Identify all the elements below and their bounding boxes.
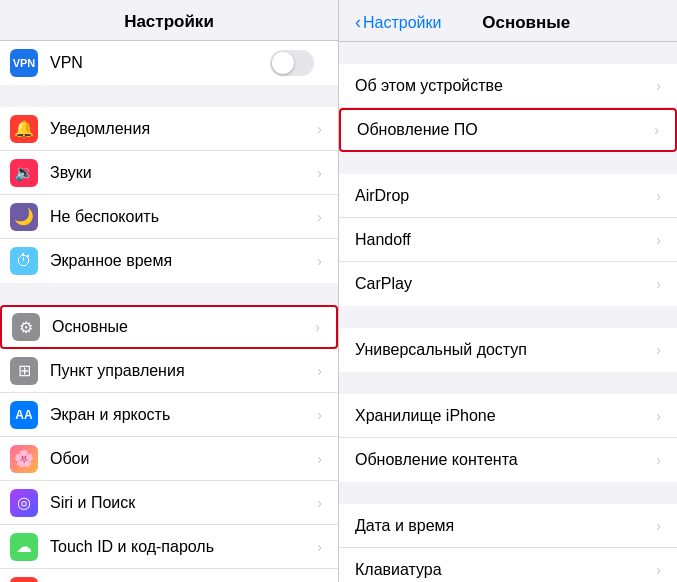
bg-refresh-chevron: › xyxy=(656,452,661,468)
right-group5: Дата и время › Клавиатура › xyxy=(339,504,677,582)
left-item-notifications[interactable]: 🔔 Уведомления › xyxy=(0,107,338,151)
right-item-airdrop[interactable]: AirDrop › xyxy=(339,174,677,218)
right-group1: Об этом устройстве › Обновление ПО › xyxy=(339,64,677,152)
left-item-touchid[interactable]: ☁ Touch ID и код-пароль › xyxy=(0,525,338,569)
display-label: Экран и яркость xyxy=(50,406,317,424)
sounds-chevron: › xyxy=(317,165,322,181)
general-icon: ⚙ xyxy=(12,313,40,341)
left-group3: ⚙ Основные › ⊞ Пункт управления › AA Экр… xyxy=(0,305,338,582)
wallpaper-icon: 🌸 xyxy=(10,445,38,473)
siri-chevron: › xyxy=(317,495,322,511)
right-item-carplay[interactable]: CarPlay › xyxy=(339,262,677,306)
right-gap0 xyxy=(339,42,677,64)
iphone-storage-label: Хранилище iPhone xyxy=(355,407,656,425)
left-panel: Настройки VPN VPN 🔔 Уведомления › 🔉 Звук… xyxy=(0,0,338,582)
left-group-vpn: VPN VPN xyxy=(0,41,338,85)
right-item-handoff[interactable]: Handoff › xyxy=(339,218,677,262)
right-item-iphone-storage[interactable]: Хранилище iPhone › xyxy=(339,394,677,438)
right-title: Основные xyxy=(391,13,661,33)
right-header: ‹ Настройки Основные xyxy=(339,0,677,42)
notifications-icon: 🔔 xyxy=(10,115,38,143)
right-group4: Хранилище iPhone › Обновление контента › xyxy=(339,394,677,482)
screentime-label: Экранное время xyxy=(50,252,317,270)
donotdisturb-label: Не беспокоить xyxy=(50,208,317,226)
handoff-label: Handoff xyxy=(355,231,656,249)
vpn-toggle[interactable] xyxy=(270,50,314,76)
controlcenter-label: Пункт управления xyxy=(50,362,317,380)
accessibility-chevron: › xyxy=(656,342,661,358)
right-item-software-update[interactable]: Обновление ПО › xyxy=(339,108,677,152)
notifications-label: Уведомления xyxy=(50,120,317,138)
right-item-keyboard[interactable]: Клавиатура › xyxy=(339,548,677,582)
donotdisturb-chevron: › xyxy=(317,209,322,225)
software-update-label: Обновление ПО xyxy=(357,121,654,139)
left-item-donotdisturb[interactable]: 🌙 Не беспокоить › xyxy=(0,195,338,239)
right-gap3 xyxy=(339,372,677,394)
left-item-vpn[interactable]: VPN VPN xyxy=(0,41,338,85)
left-header: Настройки xyxy=(0,0,338,41)
siri-label: Siri и Поиск xyxy=(50,494,317,512)
left-item-controlcenter[interactable]: ⊞ Пункт управления › xyxy=(0,349,338,393)
datetime-label: Дата и время xyxy=(355,517,656,535)
sos-icon: SOS xyxy=(10,577,38,583)
accessibility-label: Универсальный доступ xyxy=(355,341,656,359)
left-group2: 🔔 Уведомления › 🔉 Звуки › 🌙 Не беспокоит… xyxy=(0,107,338,283)
left-item-sos[interactable]: SOS Экстренный вызов — SOS › xyxy=(0,569,338,582)
right-item-accessibility[interactable]: Универсальный доступ › xyxy=(339,328,677,372)
touchid-icon: ☁ xyxy=(10,533,38,561)
vpn-label: VPN xyxy=(50,54,270,72)
left-item-display[interactable]: AA Экран и яркость › xyxy=(0,393,338,437)
right-list: Об этом устройстве › Обновление ПО › Air… xyxy=(339,42,677,582)
airdrop-label: AirDrop xyxy=(355,187,656,205)
left-item-wallpaper[interactable]: 🌸 Обои › xyxy=(0,437,338,481)
iphone-storage-chevron: › xyxy=(656,408,661,424)
left-item-siri[interactable]: ◎ Siri и Поиск › xyxy=(0,481,338,525)
right-item-about[interactable]: Об этом устройстве › xyxy=(339,64,677,108)
right-item-bg-refresh[interactable]: Обновление контента › xyxy=(339,438,677,482)
left-title: Настройки xyxy=(124,12,214,31)
controlcenter-chevron: › xyxy=(317,363,322,379)
donotdisturb-icon: 🌙 xyxy=(10,203,38,231)
about-label: Об этом устройстве xyxy=(355,77,656,95)
gap1 xyxy=(0,85,338,107)
right-gap4 xyxy=(339,482,677,504)
vpn-icon: VPN xyxy=(10,49,38,77)
datetime-chevron: › xyxy=(656,518,661,534)
right-group2: AirDrop › Handoff › CarPlay › xyxy=(339,174,677,306)
display-chevron: › xyxy=(317,407,322,423)
wallpaper-label: Обои xyxy=(50,450,317,468)
bg-refresh-label: Обновление контента xyxy=(355,451,656,469)
wallpaper-chevron: › xyxy=(317,451,322,467)
carplay-chevron: › xyxy=(656,276,661,292)
right-group3: Универсальный доступ › xyxy=(339,328,677,372)
screentime-icon: ⏱ xyxy=(10,247,38,275)
carplay-label: CarPlay xyxy=(355,275,656,293)
left-item-sounds[interactable]: 🔉 Звуки › xyxy=(0,151,338,195)
airdrop-chevron: › xyxy=(656,188,661,204)
touchid-chevron: › xyxy=(317,539,322,555)
right-panel: ‹ Настройки Основные Об этом устройстве … xyxy=(338,0,677,582)
left-item-general[interactable]: ⚙ Основные › xyxy=(0,305,338,349)
notifications-chevron: › xyxy=(317,121,322,137)
left-item-screentime[interactable]: ⏱ Экранное время › xyxy=(0,239,338,283)
general-chevron: › xyxy=(315,319,320,335)
sounds-icon: 🔉 xyxy=(10,159,38,187)
right-gap1 xyxy=(339,152,677,174)
sounds-label: Звуки xyxy=(50,164,317,182)
right-gap2 xyxy=(339,306,677,328)
touchid-label: Touch ID и код-пароль xyxy=(50,538,317,556)
siri-icon: ◎ xyxy=(10,489,38,517)
screentime-chevron: › xyxy=(317,253,322,269)
right-item-datetime[interactable]: Дата и время › xyxy=(339,504,677,548)
general-label: Основные xyxy=(52,318,315,336)
keyboard-label: Клавиатура xyxy=(355,561,656,579)
controlcenter-icon: ⊞ xyxy=(10,357,38,385)
about-chevron: › xyxy=(656,78,661,94)
back-chevron-icon: ‹ xyxy=(355,12,361,33)
software-update-chevron: › xyxy=(654,122,659,138)
left-list: VPN VPN 🔔 Уведомления › 🔉 Звуки › 🌙 Не б… xyxy=(0,41,338,582)
display-icon: AA xyxy=(10,401,38,429)
keyboard-chevron: › xyxy=(656,562,661,578)
gap2 xyxy=(0,283,338,305)
handoff-chevron: › xyxy=(656,232,661,248)
